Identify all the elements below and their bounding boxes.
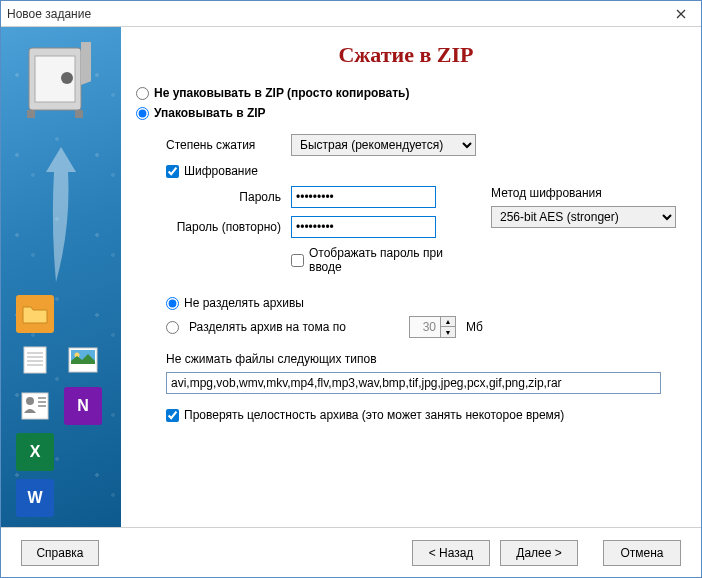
svg-point-15 [26, 397, 34, 405]
help-button[interactable]: Справка [21, 540, 99, 566]
compression-row: Степень сжатия Быстрая (рекомендуется) [166, 134, 676, 156]
picture-icon [64, 341, 102, 379]
encryption-method-label: Метод шифрования [491, 186, 676, 200]
verify-label[interactable]: Проверять целостность архива (это может … [184, 408, 564, 422]
svg-rect-6 [24, 347, 46, 373]
radio-no-split[interactable] [166, 297, 179, 310]
close-button[interactable] [661, 1, 701, 27]
encryption-checkbox[interactable] [166, 165, 179, 178]
volume-input[interactable] [410, 317, 440, 337]
password-label: Пароль [166, 190, 281, 204]
back-button[interactable]: < Назад [412, 540, 490, 566]
radio-no-zip-row: Не упаковывать в ZIP (просто копировать) [136, 86, 676, 100]
svg-rect-5 [75, 110, 83, 118]
svg-point-3 [61, 72, 73, 84]
document-icon [16, 341, 54, 379]
show-password-label[interactable]: Отображать пароль при вводе [309, 246, 456, 274]
encryption-check-row: Шифрование [166, 164, 676, 178]
radio-to-zip-row: Упаковывать в ZIP [136, 106, 676, 120]
compression-label: Степень сжатия [166, 138, 281, 152]
exclude-label: Не сжимать файлы следующих типов [166, 352, 676, 366]
radio-to-zip-label[interactable]: Упаковывать в ZIP [154, 106, 266, 120]
encryption-method-select[interactable]: 256-bit AES (stronger) [491, 206, 676, 228]
excel-icon: X [16, 433, 54, 471]
compression-select[interactable]: Быстрая (рекомендуется) [291, 134, 476, 156]
sidebar-icons: N X W [16, 295, 104, 517]
exclude-input[interactable] [166, 372, 661, 394]
svg-rect-4 [27, 110, 35, 118]
encryption-label[interactable]: Шифрование [184, 164, 258, 178]
arrow-up-icon [41, 147, 81, 287]
cancel-button[interactable]: Отмена [603, 540, 681, 566]
password2-input[interactable] [291, 216, 436, 238]
bottom-bar: Справка < Назад Далее > Отмена [1, 527, 701, 577]
main-area: N X W Сжатие в ZIP Не упаковывать в ZIP … [1, 27, 701, 527]
volume-unit: Мб [466, 320, 483, 334]
volume-spinner[interactable]: ▲ ▼ [409, 316, 456, 338]
window-title: Новое задание [7, 7, 661, 21]
sidebar: N X W [1, 27, 121, 527]
next-button[interactable]: Далее > [500, 540, 578, 566]
folder-icon [16, 295, 54, 333]
radio-split[interactable] [166, 321, 179, 334]
titlebar: Новое задание [1, 1, 701, 27]
spinner-down-icon[interactable]: ▼ [441, 327, 455, 337]
radio-split-label[interactable]: Разделять архив на тома по [189, 320, 399, 334]
radio-no-zip[interactable] [136, 87, 149, 100]
verify-checkbox[interactable] [166, 409, 179, 422]
radio-no-split-label[interactable]: Не разделять архивы [184, 296, 304, 310]
password-input[interactable] [291, 186, 436, 208]
show-password-checkbox[interactable] [291, 254, 304, 267]
onenote-icon: N [64, 387, 102, 425]
safe-icon [23, 42, 95, 124]
radio-no-zip-label[interactable]: Не упаковывать в ZIP (просто копировать) [154, 86, 409, 100]
svg-rect-1 [81, 42, 91, 85]
password2-label: Пароль (повторно) [166, 220, 281, 234]
word-icon: W [16, 479, 54, 517]
page-title: Сжатие в ZIP [136, 42, 676, 68]
contacts-icon [16, 387, 54, 425]
content-panel: Сжатие в ZIP Не упаковывать в ZIP (прост… [121, 27, 701, 527]
spinner-up-icon[interactable]: ▲ [441, 317, 455, 327]
close-icon [676, 9, 686, 19]
radio-to-zip[interactable] [136, 107, 149, 120]
